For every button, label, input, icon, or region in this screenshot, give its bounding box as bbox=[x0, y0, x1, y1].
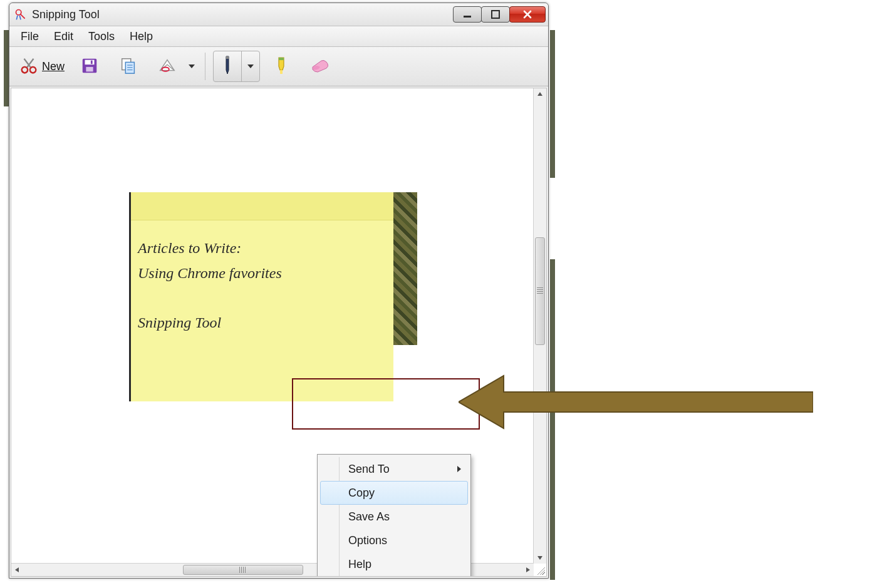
svg-rect-9 bbox=[85, 59, 95, 64]
background-texture bbox=[393, 192, 417, 345]
ctx-help[interactable]: Help bbox=[320, 552, 468, 576]
ctx-save-as[interactable]: Save As bbox=[320, 505, 468, 529]
svg-rect-10 bbox=[86, 66, 93, 71]
scroll-track[interactable] bbox=[534, 100, 546, 552]
svg-rect-18 bbox=[226, 56, 229, 59]
scroll-thumb[interactable] bbox=[183, 565, 303, 575]
scroll-down-arrow[interactable] bbox=[534, 552, 546, 564]
sticky-note-text: Articles to Write: Using Chrome favorite… bbox=[138, 236, 282, 335]
titlebar[interactable]: Snipping Tool bbox=[9, 3, 548, 26]
toolbar-separator bbox=[205, 53, 205, 80]
scroll-left-arrow[interactable] bbox=[11, 564, 23, 576]
highlighter-icon bbox=[272, 55, 290, 78]
vertical-scrollbar[interactable] bbox=[533, 88, 546, 564]
menu-file[interactable]: File bbox=[13, 28, 46, 46]
resize-grip[interactable] bbox=[535, 565, 545, 575]
pen-button[interactable] bbox=[214, 51, 242, 81]
sticky-note-header bbox=[131, 192, 393, 220]
close-button[interactable] bbox=[509, 6, 546, 23]
ctx-label: Options bbox=[348, 534, 387, 547]
ctx-send-to[interactable]: Send To bbox=[320, 457, 468, 481]
menu-edit[interactable]: Edit bbox=[46, 28, 81, 46]
scroll-up-arrow[interactable] bbox=[534, 88, 546, 100]
minimize-button[interactable] bbox=[453, 6, 482, 23]
pen-split-button[interactable] bbox=[213, 51, 260, 82]
eraser-icon bbox=[310, 58, 330, 75]
svg-rect-20 bbox=[279, 58, 284, 60]
ctx-label: Copy bbox=[348, 487, 375, 500]
svg-point-6 bbox=[30, 66, 36, 72]
maximize-button[interactable] bbox=[481, 6, 510, 23]
highlighter-button[interactable] bbox=[264, 53, 299, 80]
ctx-label: Help bbox=[348, 558, 371, 571]
scroll-thumb[interactable] bbox=[535, 237, 545, 345]
save-button[interactable] bbox=[72, 53, 107, 80]
chevron-down-icon bbox=[247, 61, 254, 71]
menubar: File Edit Tools Help bbox=[9, 26, 548, 47]
ctx-options[interactable]: Options bbox=[320, 529, 468, 552]
toolbar: New bbox=[9, 47, 548, 86]
captured-snip: Articles to Write: Using Chrome favorite… bbox=[129, 192, 417, 401]
window-controls bbox=[454, 6, 546, 23]
new-snip-button[interactable]: New bbox=[16, 53, 68, 80]
eraser-button[interactable] bbox=[303, 53, 338, 80]
new-label: New bbox=[42, 60, 65, 73]
svg-rect-11 bbox=[91, 60, 93, 64]
save-icon bbox=[80, 56, 99, 77]
scissors-icon bbox=[19, 56, 38, 77]
menu-tools[interactable]: Tools bbox=[81, 28, 122, 46]
pen-icon bbox=[219, 55, 236, 78]
copy-icon bbox=[119, 56, 138, 77]
window-title: Snipping Tool bbox=[32, 8, 454, 21]
snipping-tool-icon bbox=[14, 8, 27, 21]
ctx-copy[interactable]: Copy bbox=[320, 481, 468, 505]
send-dropdown[interactable] bbox=[186, 53, 197, 80]
canvas-area[interactable]: Articles to Write: Using Chrome favorite… bbox=[11, 88, 547, 577]
snipping-tool-window: Snipping Tool File Edit Tools Help bbox=[9, 3, 549, 579]
svg-point-5 bbox=[22, 66, 28, 72]
menu-help[interactable]: Help bbox=[122, 28, 160, 46]
desktop-sliver bbox=[550, 30, 555, 178]
send-button[interactable] bbox=[150, 53, 182, 80]
svg-rect-1 bbox=[464, 16, 471, 18]
submenu-arrow-icon bbox=[457, 466, 461, 472]
svg-rect-19 bbox=[280, 70, 283, 74]
svg-rect-2 bbox=[492, 11, 499, 18]
pen-dropdown[interactable] bbox=[242, 51, 259, 81]
ctx-label: Save As bbox=[348, 510, 390, 524]
desktop-sliver bbox=[550, 259, 555, 580]
desktop-sliver bbox=[4, 30, 9, 106]
copy-button-toolbar[interactable] bbox=[111, 53, 146, 80]
scroll-right-arrow[interactable] bbox=[522, 564, 534, 576]
context-menu: Send To Copy Save As Options Help bbox=[317, 454, 471, 577]
chevron-down-icon bbox=[189, 61, 195, 71]
ctx-label: Send To bbox=[348, 463, 390, 476]
envelope-icon bbox=[158, 56, 177, 77]
